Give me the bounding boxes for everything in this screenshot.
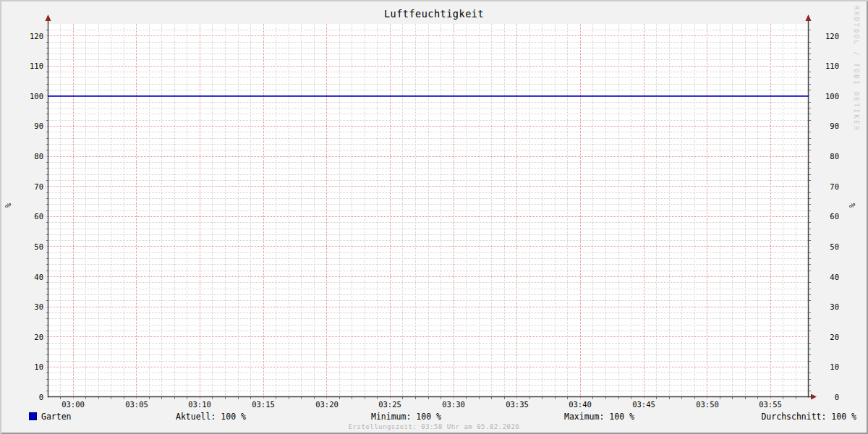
y-tick-label-right: 110 <box>814 61 839 70</box>
x-tick-label: 03:45 <box>626 400 662 409</box>
y-tick-label-right: 40 <box>814 273 839 281</box>
y-tick-label-right: 80 <box>814 152 839 161</box>
y-tick-label-right: 50 <box>814 242 839 251</box>
y-tick-label-left: 110 <box>19 61 43 70</box>
x-tick-label: 03:40 <box>562 400 598 409</box>
x-tick-label: 03:35 <box>499 400 535 409</box>
stat-aktuell: Aktuell: 100 % <box>176 412 246 422</box>
y-tick-label-left: 100 <box>19 92 43 101</box>
x-tick-label: 03:55 <box>752 400 788 409</box>
y-tick-label-right: 0 <box>814 393 839 401</box>
x-tick-label: 03:20 <box>309 400 345 409</box>
x-tick-label: 03:05 <box>119 400 155 409</box>
y-tick-label-left: 0 <box>19 393 43 401</box>
y-tick-label-left: 90 <box>19 122 43 130</box>
y-tick-label-left: 20 <box>19 333 43 341</box>
x-tick-label: 03:15 <box>245 400 281 409</box>
y-tick-label-left: 60 <box>19 212 43 221</box>
x-tick-label: 03:30 <box>435 400 472 409</box>
x-tick-label: 03:00 <box>55 400 91 409</box>
y-axis-unit-left: % <box>3 198 13 213</box>
stat-durchschnitt: Durchschnitt: 100 % <box>761 412 856 422</box>
y-tick-label-left: 10 <box>19 362 43 371</box>
x-tick-label: 03:10 <box>182 400 218 409</box>
y-axis-unit-right: % <box>847 198 857 213</box>
x-tick-label: 03:25 <box>372 400 408 409</box>
x-tick-label: 03:50 <box>689 400 726 409</box>
y-tick-label-left: 120 <box>19 32 43 41</box>
rrdtool-graph: Luftfeuchtigkeit 00101020203030404050506… <box>0 0 868 434</box>
y-tick-label-left: 70 <box>19 182 43 191</box>
stat-maximum: Maximum: 100 % <box>564 412 634 422</box>
y-tick-label-right: 60 <box>814 212 839 221</box>
y-tick-label-right: 20 <box>814 333 839 341</box>
creation-timestamp: Erstellungszeit: 03:58 Uhr am 05.02.2026 <box>0 423 868 430</box>
y-tick-label-right: 100 <box>814 92 839 101</box>
plot-area <box>0 0 868 434</box>
y-tick-label-right: 30 <box>814 302 839 311</box>
y-tick-label-right: 90 <box>814 122 839 130</box>
stat-minimum: Minimum: 100 % <box>371 412 441 422</box>
y-tick-label-left: 40 <box>19 273 43 281</box>
y-tick-label-right: 10 <box>814 362 839 371</box>
rrdtool-watermark: RRDTOOL / TOBI OETIKER <box>853 6 860 150</box>
legend-series-name: Garten <box>41 412 72 422</box>
y-tick-label-left: 80 <box>19 152 43 161</box>
y-tick-label-right: 70 <box>814 182 839 191</box>
y-tick-label-left: 50 <box>19 242 43 251</box>
legend-swatch-garten <box>29 412 37 420</box>
y-tick-label-right: 120 <box>814 32 839 41</box>
y-tick-label-left: 30 <box>19 302 43 311</box>
